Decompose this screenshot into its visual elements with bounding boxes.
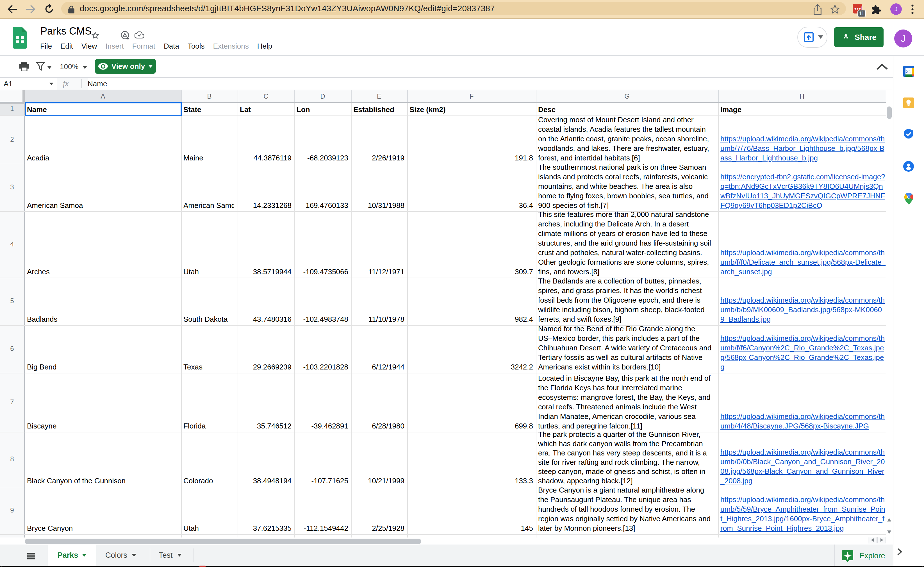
svg-text:31: 31 — [906, 69, 911, 74]
